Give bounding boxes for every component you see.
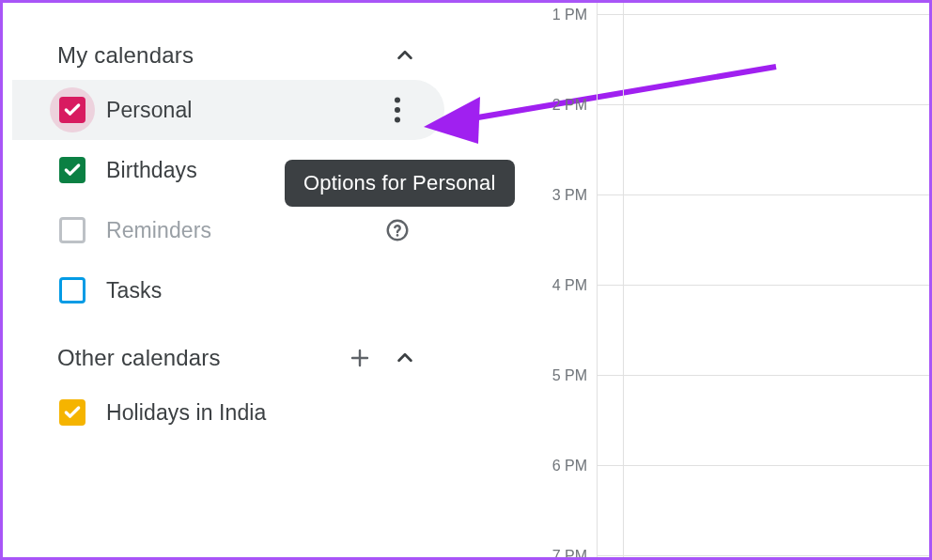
hour-line bbox=[597, 555, 932, 556]
hour-row: 6 PM bbox=[529, 465, 929, 555]
chevron-up-icon[interactable] bbox=[394, 44, 416, 67]
hour-label: 7 PM bbox=[529, 548, 587, 560]
hour-line bbox=[597, 194, 932, 195]
hour-row: 1 PM bbox=[529, 14, 929, 104]
checkbox-halo bbox=[50, 148, 95, 193]
calendar-item-reminders[interactable]: Reminders bbox=[12, 200, 444, 260]
hour-line bbox=[597, 104, 932, 105]
checkbox-halo bbox=[50, 390, 95, 435]
help-circle-icon[interactable] bbox=[379, 211, 416, 249]
hour-row: 3 PM bbox=[529, 194, 929, 285]
hour-row: 4 PM bbox=[529, 285, 929, 375]
svg-point-2 bbox=[395, 117, 400, 122]
calendar-item-personal[interactable]: Personal bbox=[12, 80, 444, 140]
other-calendars-header[interactable]: Other calendars bbox=[12, 334, 444, 382]
hour-line bbox=[597, 285, 932, 286]
checkbox-halo bbox=[50, 208, 95, 253]
hour-line bbox=[597, 465, 932, 466]
hour-line bbox=[597, 375, 932, 376]
other-calendars-title: Other calendars bbox=[57, 345, 221, 371]
calendar-item-tasks[interactable]: Tasks bbox=[12, 260, 444, 320]
my-calendars-header[interactable]: My calendars bbox=[12, 31, 444, 80]
my-calendars-title: My calendars bbox=[57, 42, 194, 69]
calendar-checkbox[interactable] bbox=[59, 157, 85, 183]
hour-row: 2 PM bbox=[529, 104, 929, 194]
svg-point-4 bbox=[396, 234, 399, 237]
calendar-label: Holidays in India bbox=[106, 400, 416, 426]
hour-label: 5 PM bbox=[529, 367, 587, 384]
hour-label: 4 PM bbox=[529, 277, 587, 294]
calendar-checkbox[interactable] bbox=[59, 97, 85, 123]
three-dots-icon[interactable] bbox=[379, 91, 416, 129]
calendar-label: Reminders bbox=[106, 218, 379, 243]
svg-point-0 bbox=[395, 97, 400, 102]
hour-line bbox=[597, 14, 932, 15]
calendar-label: Tasks bbox=[106, 278, 416, 303]
svg-point-1 bbox=[395, 107, 400, 113]
calendar-checkbox[interactable] bbox=[59, 277, 85, 303]
hour-label: 1 PM bbox=[529, 7, 587, 23]
hour-label: 3 PM bbox=[529, 187, 587, 204]
calendar-checkbox[interactable] bbox=[59, 399, 85, 426]
calendar-checkbox[interactable] bbox=[59, 217, 85, 243]
day-time-grid[interactable]: 1 PM 2 PM 3 PM 4 PM 5 PM 6 PM 7 PM bbox=[529, 3, 929, 557]
calendar-label: Personal bbox=[106, 98, 379, 123]
calendar-item-holidays-india[interactable]: Holidays in India bbox=[12, 382, 444, 443]
tooltip-options-personal: Options for Personal bbox=[285, 160, 515, 207]
checkbox-halo bbox=[50, 87, 95, 132]
plus-icon[interactable] bbox=[349, 347, 371, 369]
app-frame: My calendars Personal Bi bbox=[0, 0, 932, 560]
calendar-list-sidebar: My calendars Personal Bi bbox=[12, 3, 444, 443]
checkbox-halo bbox=[50, 268, 95, 313]
hour-label: 6 PM bbox=[529, 458, 587, 474]
hour-row: 5 PM bbox=[529, 375, 929, 465]
hour-label: 2 PM bbox=[529, 97, 587, 114]
hour-row: 7 PM bbox=[529, 555, 929, 560]
chevron-up-icon[interactable] bbox=[394, 347, 416, 369]
